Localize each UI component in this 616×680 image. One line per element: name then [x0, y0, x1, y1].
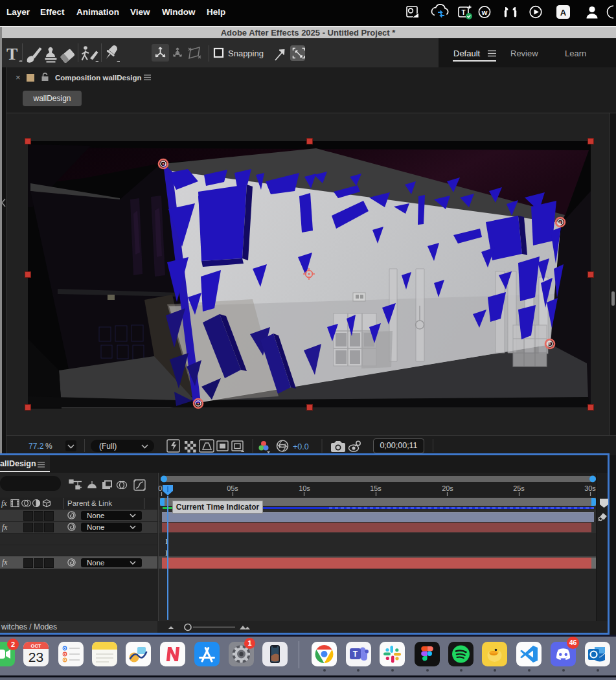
svg-text:23: 23	[29, 650, 43, 664]
svg-text:05s: 05s	[227, 484, 238, 492]
svg-text:T: T	[461, 9, 465, 16]
svg-text:15s: 15s	[370, 484, 382, 492]
svg-text:T: T	[6, 45, 17, 63]
svg-text:25s: 25s	[513, 484, 525, 492]
svg-text:20s: 20s	[442, 484, 453, 492]
svg-text:T: T	[353, 650, 358, 659]
svg-text:w: w	[481, 8, 488, 16]
svg-text:+0.0: +0.0	[293, 442, 309, 451]
svg-text:A: A	[560, 8, 567, 17]
svg-text:Snapping: Snapping	[228, 49, 264, 58]
svg-text:OCT: OCT	[31, 643, 41, 649]
svg-text:30s: 30s	[584, 484, 596, 492]
svg-text:10s: 10s	[299, 484, 310, 492]
